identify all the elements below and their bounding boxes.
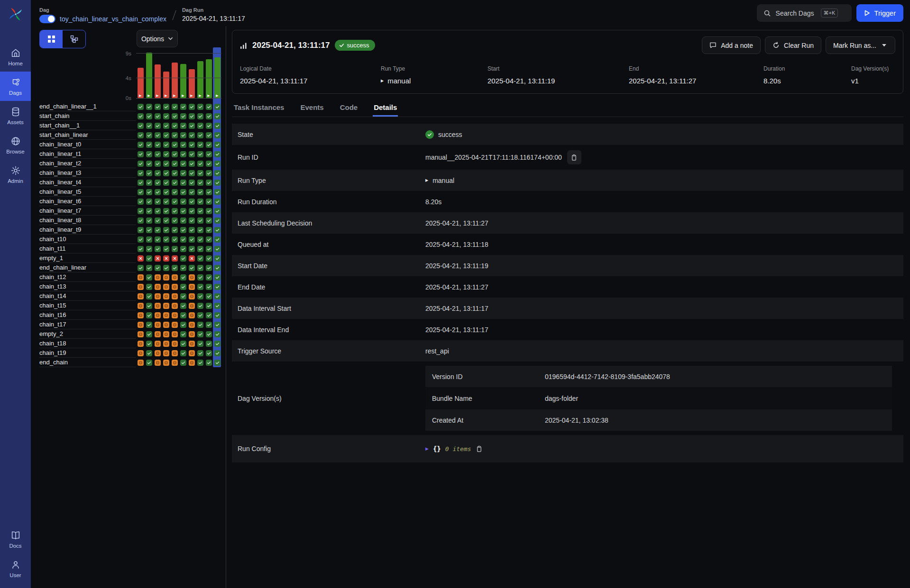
task-instance-success[interactable] <box>213 339 221 348</box>
task-instance-success[interactable] <box>204 111 213 121</box>
task-name-link[interactable]: chain_linear_t0 <box>39 140 136 149</box>
task-instance-success[interactable] <box>179 263 187 272</box>
task-instance-success[interactable] <box>153 206 162 216</box>
task-instance-success[interactable] <box>187 111 196 121</box>
task-instance-upstream-failed[interactable] <box>170 339 179 348</box>
task-instance-success[interactable] <box>187 225 196 235</box>
sidebar-item-home[interactable]: Home <box>0 42 31 72</box>
task-instance-success[interactable] <box>196 187 204 197</box>
task-instance-success[interactable] <box>204 102 213 111</box>
task-instance-success[interactable] <box>153 197 162 206</box>
sidebar-item-docs[interactable]: Docs <box>0 525 31 554</box>
task-instance-upstream-failed[interactable] <box>153 348 162 358</box>
task-instance-success[interactable] <box>204 140 213 149</box>
task-instance-upstream-failed[interactable] <box>153 320 162 329</box>
task-instance-success[interactable] <box>196 121 204 130</box>
task-instance-upstream-failed[interactable] <box>153 282 162 291</box>
tab-details[interactable]: Details <box>373 100 398 117</box>
expand-json-icon[interactable]: ▶ <box>425 446 429 451</box>
task-instance-success[interactable] <box>179 358 187 367</box>
task-instance-success[interactable] <box>204 348 213 358</box>
task-instance-upstream-failed[interactable] <box>187 329 196 339</box>
task-instance-success[interactable] <box>145 140 153 149</box>
run-bar[interactable]: ▶ <box>204 47 213 98</box>
task-instance-success[interactable] <box>170 178 179 187</box>
run-bar[interactable]: ▶ <box>187 47 196 98</box>
run-bar[interactable]: ▶ <box>196 47 204 98</box>
task-instance-success[interactable] <box>153 121 162 130</box>
task-name-link[interactable]: start_chain_linear <box>39 130 136 140</box>
task-instance-success[interactable] <box>136 216 145 225</box>
task-instance-success[interactable] <box>136 206 145 216</box>
task-instance-upstream-failed[interactable] <box>136 339 145 348</box>
copy-icon[interactable] <box>567 150 581 164</box>
task-instance-success[interactable] <box>153 168 162 178</box>
add-note-button[interactable]: Add a note <box>702 36 761 54</box>
task-instance-success[interactable] <box>204 197 213 206</box>
tab-code[interactable]: Code <box>339 100 359 117</box>
task-instance-upstream-failed[interactable] <box>162 272 170 282</box>
task-instance-success[interactable] <box>153 235 162 244</box>
task-instance-upstream-failed[interactable] <box>187 310 196 320</box>
task-instance-success[interactable] <box>153 178 162 187</box>
task-name-link[interactable]: start_chain__1 <box>39 121 136 130</box>
task-instance-success[interactable] <box>153 216 162 225</box>
task-instance-success[interactable] <box>196 310 204 320</box>
task-instance-upstream-failed[interactable] <box>170 320 179 329</box>
task-instance-success[interactable] <box>196 206 204 216</box>
task-instance-upstream-failed[interactable] <box>187 301 196 310</box>
task-instance-success[interactable] <box>145 206 153 216</box>
task-instance-failed[interactable] <box>162 253 170 263</box>
task-instance-success[interactable] <box>196 320 204 329</box>
airflow-logo[interactable] <box>0 0 31 27</box>
task-instance-success[interactable] <box>170 206 179 216</box>
task-instance-success[interactable] <box>170 225 179 235</box>
task-instance-success[interactable] <box>162 263 170 272</box>
task-instance-success[interactable] <box>136 159 145 168</box>
task-instance-upstream-failed[interactable] <box>153 339 162 348</box>
task-instance-success[interactable] <box>153 244 162 253</box>
task-instance-upstream-failed[interactable] <box>162 310 170 320</box>
task-instance-success[interactable] <box>204 320 213 329</box>
task-instance-success[interactable] <box>145 130 153 140</box>
task-instance-success[interactable] <box>213 358 221 367</box>
task-instance-success[interactable] <box>187 102 196 111</box>
task-name-link[interactable]: end_chain <box>39 358 136 367</box>
task-instance-success[interactable] <box>153 225 162 235</box>
task-instance-success[interactable] <box>170 149 179 159</box>
task-instance-success[interactable] <box>179 225 187 235</box>
task-instance-success[interactable] <box>179 178 187 187</box>
task-name-link[interactable]: start_chain <box>39 111 136 121</box>
task-instance-success[interactable] <box>213 159 221 168</box>
task-instance-success[interactable] <box>136 168 145 178</box>
task-instance-success[interactable] <box>187 149 196 159</box>
task-instance-success[interactable] <box>204 301 213 310</box>
task-instance-success[interactable] <box>136 244 145 253</box>
task-instance-success[interactable] <box>145 272 153 282</box>
task-instance-success[interactable] <box>204 244 213 253</box>
task-instance-success[interactable] <box>204 282 213 291</box>
sidebar-item-user[interactable]: User <box>0 554 31 583</box>
task-instance-success[interactable] <box>204 235 213 244</box>
task-instance-upstream-failed[interactable] <box>162 358 170 367</box>
task-instance-success[interactable] <box>179 291 187 301</box>
task-instance-success[interactable] <box>187 121 196 130</box>
task-instance-success[interactable] <box>170 159 179 168</box>
task-instance-upstream-failed[interactable] <box>170 301 179 310</box>
task-instance-failed[interactable] <box>170 253 179 263</box>
task-instance-success[interactable] <box>204 178 213 187</box>
task-instance-success[interactable] <box>213 111 221 121</box>
task-instance-success[interactable] <box>145 159 153 168</box>
run-bar[interactable]: ▶ <box>145 47 153 98</box>
task-instance-success[interactable] <box>162 140 170 149</box>
task-instance-success[interactable] <box>153 159 162 168</box>
task-instance-success[interactable] <box>145 197 153 206</box>
task-instance-success[interactable] <box>204 339 213 348</box>
task-instance-upstream-failed[interactable] <box>162 348 170 358</box>
task-instance-success[interactable] <box>162 111 170 121</box>
task-instance-success[interactable] <box>179 348 187 358</box>
task-instance-success[interactable] <box>213 348 221 358</box>
task-instance-success[interactable] <box>213 244 221 253</box>
task-instance-success[interactable] <box>136 225 145 235</box>
task-instance-upstream-failed[interactable] <box>136 329 145 339</box>
